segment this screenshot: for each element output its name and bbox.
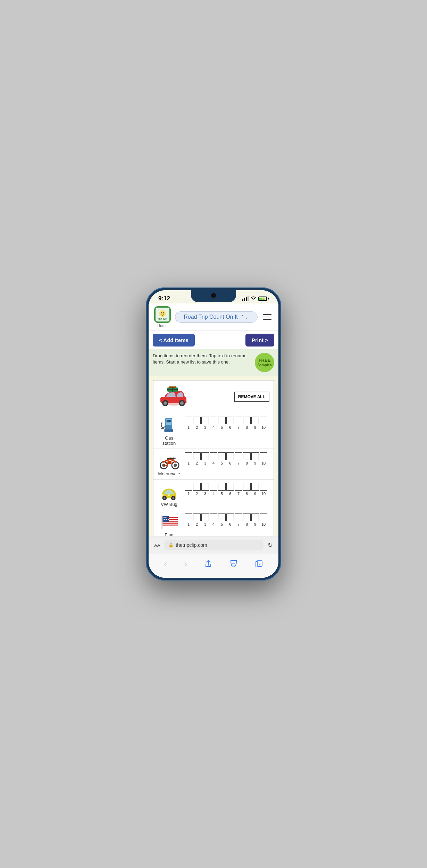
count-box[interactable] [218, 514, 226, 521]
browser-bar: AA 🔒 thetripclip.com ↻ [149, 536, 278, 554]
flag-image-area: ★★★ ★★ Flag [157, 514, 181, 536]
count-box[interactable] [185, 417, 192, 424]
count-box[interactable] [243, 452, 251, 460]
count-box[interactable] [251, 452, 259, 460]
bookmarks-icon [229, 560, 238, 568]
count-box[interactable] [218, 483, 226, 491]
count-box[interactable] [201, 452, 209, 460]
count-box[interactable] [185, 452, 192, 460]
gas-station-icon [159, 417, 179, 434]
count-box[interactable] [226, 452, 234, 460]
logo-area[interactable]: TRIP CLIP Home [154, 306, 171, 328]
home-label: Home [157, 324, 167, 328]
flag-icon: ★★★ ★★ [159, 514, 179, 531]
list-item: Gasstation [153, 413, 274, 449]
status-time: 9:12 [158, 295, 170, 302]
svg-point-29 [173, 497, 174, 499]
remove-all-button[interactable]: REMOVE ALL [234, 392, 269, 402]
chevron-icon: ⌃⌄ [241, 314, 249, 320]
gas-station-remove-button[interactable]: ✕ [272, 427, 274, 436]
count-box[interactable] [235, 417, 242, 424]
count-box[interactable] [210, 452, 217, 460]
svg-rect-38 [162, 524, 178, 525]
motorcycle-numbers: 1 2 3 4 5 6 7 8 9 10 [185, 461, 267, 465]
count-box[interactable] [260, 514, 267, 521]
count-box[interactable] [260, 417, 267, 424]
hamburger-line [263, 317, 271, 318]
flag-label[interactable]: Flag [165, 532, 173, 536]
count-box[interactable] [201, 483, 209, 491]
count-box[interactable] [243, 483, 251, 491]
svg-point-30 [162, 494, 164, 496]
count-box[interactable] [243, 514, 251, 521]
svg-point-8 [164, 401, 167, 405]
gas-station-count-area: 1 2 3 4 5 6 7 8 9 10 [185, 417, 267, 429]
forward-button[interactable]: › [181, 557, 191, 571]
count-box[interactable] [251, 483, 259, 491]
bottom-nav: ‹ › [149, 554, 278, 578]
list-header: REMOVE ALL [153, 381, 274, 413]
bookmarks-button[interactable] [226, 558, 241, 569]
count-box[interactable] [226, 514, 234, 521]
count-box[interactable] [185, 514, 192, 521]
count-box[interactable] [218, 417, 226, 424]
count-box[interactable] [193, 514, 201, 521]
free-badge[interactable]: FREE Samples [255, 353, 274, 372]
count-box[interactable] [193, 417, 201, 424]
count-box[interactable] [235, 483, 242, 491]
scroll-area: REMOVE ALL [149, 376, 278, 536]
reload-button[interactable]: ↻ [268, 541, 273, 549]
count-box[interactable] [251, 417, 259, 424]
title-dropdown[interactable]: Road Trip Count On It ⌃⌄ [175, 311, 258, 323]
share-icon [204, 560, 212, 568]
count-box[interactable] [218, 452, 226, 460]
count-box[interactable] [185, 483, 192, 491]
info-bar: Drag items to reorder them. Tap text to … [149, 349, 278, 376]
count-box[interactable] [210, 417, 217, 424]
tabs-icon: 2 [255, 560, 263, 568]
flag-remove-button[interactable]: ✕ [272, 521, 274, 530]
hamburger-menu[interactable] [262, 312, 273, 322]
count-box[interactable] [193, 483, 201, 491]
title-text: Road Trip Count On It [184, 314, 238, 320]
count-box[interactable] [260, 452, 267, 460]
count-box[interactable] [235, 514, 242, 521]
print-button[interactable]: Print > [245, 334, 274, 347]
count-box[interactable] [235, 452, 242, 460]
vw-bug-remove-button[interactable]: ✕ [272, 491, 274, 500]
wifi-icon [251, 296, 256, 301]
count-box[interactable] [226, 483, 234, 491]
toolbar: < Add Items Print > [149, 331, 278, 349]
gas-station-label[interactable]: Gasstation [162, 435, 176, 446]
vw-bug-boxes [185, 483, 267, 491]
add-items-button[interactable]: < Add Items [153, 334, 195, 347]
aa-button[interactable]: AA [154, 543, 160, 548]
share-button[interactable] [201, 558, 216, 569]
count-box[interactable] [251, 514, 259, 521]
motorcycle-icon [159, 452, 179, 470]
count-box[interactable] [243, 417, 251, 424]
count-box[interactable] [201, 417, 209, 424]
samples-text: Samples [257, 363, 271, 367]
tabs-button[interactable]: 2 [251, 558, 267, 569]
back-button[interactable]: ‹ [160, 557, 170, 571]
flag-numbers: 1 2 3 4 5 6 7 8 9 10 [185, 522, 267, 526]
logo-badge: TRIP CLIP [154, 306, 171, 323]
gas-station-image-area: Gasstation [157, 417, 181, 446]
hamburger-line [263, 314, 271, 315]
motorcycle-label[interactable]: Motorcycle [158, 471, 180, 476]
count-box[interactable] [201, 514, 209, 521]
url-bar[interactable]: 🔒 thetripclip.com [164, 540, 263, 550]
motorcycle-remove-button[interactable]: ✕ [272, 460, 274, 469]
battery-icon: ⚡ [258, 297, 269, 301]
count-box[interactable] [193, 452, 201, 460]
svg-rect-17 [161, 428, 164, 429]
hamburger-line [263, 319, 271, 320]
count-box[interactable] [210, 483, 217, 491]
count-box[interactable] [210, 514, 217, 521]
vw-bug-icon [159, 483, 179, 500]
count-box[interactable] [226, 417, 234, 424]
vw-bug-label[interactable]: VW Bug [161, 502, 177, 507]
signal-icon [242, 296, 249, 301]
count-box[interactable] [260, 483, 267, 491]
